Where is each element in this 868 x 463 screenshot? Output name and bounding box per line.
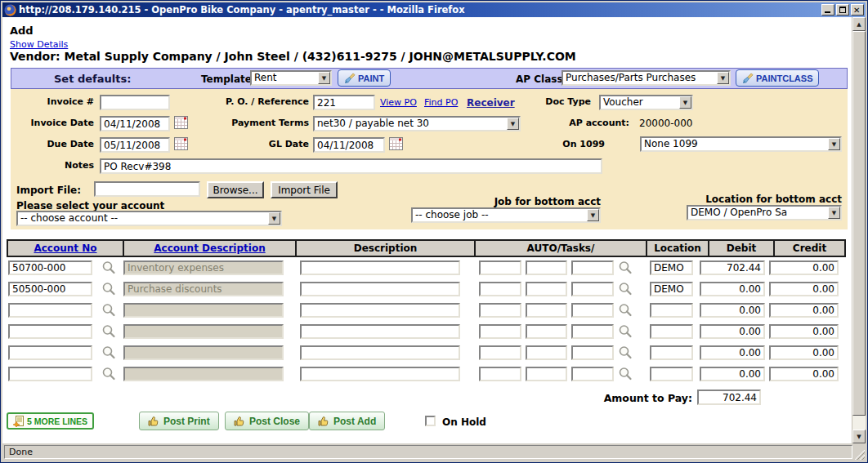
auto-input-3[interactable] [571,324,614,339]
location-input[interactable] [650,260,693,275]
account-description-header[interactable]: Account Description [154,243,265,254]
minimize-button[interactable] [821,4,834,16]
location-select[interactable]: DEMO / OpenPro Sa ▼ [687,205,842,220]
credit-input[interactable] [769,367,839,381]
account-search-icon[interactable] [101,302,117,318]
task-search-icon[interactable] [617,281,633,297]
scroll-up-icon[interactable]: ▲ [852,17,866,31]
debit-input[interactable] [700,260,765,275]
auto-input-3[interactable] [571,367,614,381]
account-search-icon[interactable] [101,281,117,297]
auto-input-2[interactable] [526,260,567,275]
task-search-icon[interactable] [617,366,633,382]
account-search-icon[interactable] [101,260,117,276]
description-input[interactable] [300,260,460,275]
auto-input-1[interactable] [479,324,521,339]
auto-input-1[interactable] [479,303,521,318]
credit-input[interactable] [769,260,839,275]
location-input[interactable] [650,282,693,296]
browser-window: http://208.179.140.215 - OpenPro Bike Co… [0,0,868,463]
description-input[interactable] [300,303,460,318]
debit-input[interactable] [700,282,765,296]
auto-input-3[interactable] [571,303,614,318]
account-no-input[interactable] [8,303,92,318]
auto-input-1[interactable] [479,282,521,296]
location-input[interactable] [650,367,693,381]
scrollbar-thumb[interactable] [852,31,866,416]
import-file-button[interactable]: Import File [271,181,338,198]
account-search-icon[interactable] [101,345,117,361]
location-input[interactable] [650,345,693,360]
debit-input[interactable] [700,324,765,339]
amount-to-pay-input[interactable] [697,390,761,405]
account-no-input[interactable] [8,260,92,275]
account-no-input[interactable] [8,367,92,381]
template-select[interactable]: Rent ▼ [250,70,332,86]
credit-input[interactable] [769,345,839,360]
auto-input-2[interactable] [526,324,567,339]
auto-input-3[interactable] [571,260,614,275]
paint-button[interactable]: PAINT [338,69,391,87]
description-input[interactable] [300,367,460,381]
auto-input-3[interactable] [571,345,614,360]
auto-input-1[interactable] [479,367,521,381]
job-select[interactable]: -- choose job -- ▼ [411,207,601,223]
gl-date-input[interactable] [313,137,385,153]
maximize-button[interactable] [836,4,849,16]
credit-input[interactable] [769,282,839,296]
task-search-icon[interactable] [617,323,633,340]
account-search-icon[interactable] [101,366,117,382]
doc-type-select[interactable]: Voucher ▼ [599,95,693,110]
post-add-button[interactable]: Post Add [309,412,385,430]
location-input[interactable] [650,303,693,318]
task-search-icon[interactable] [617,302,633,318]
view-po-link[interactable]: View PO [380,97,417,108]
account-select[interactable]: -- choose account -- ▼ [16,211,282,226]
account-no-header[interactable]: Account No [34,243,96,254]
auto-input-2[interactable] [526,282,567,296]
on-hold-checkbox[interactable] [425,416,436,426]
auto-input-2[interactable] [526,345,567,360]
resize-grip-icon[interactable] [854,449,865,460]
invoice-date-input[interactable] [100,116,170,131]
due-date-input[interactable] [100,137,170,153]
close-button[interactable]: ✕ [851,4,864,16]
description-input[interactable] [300,282,460,296]
po-reference-input[interactable] [313,95,375,110]
description-input[interactable] [300,324,460,339]
debit-input[interactable] [700,345,765,360]
ap-class-select[interactable]: Purchases/Parts Purchases ▼ [562,70,731,86]
on-1099-select[interactable]: None 1099 ▼ [640,136,842,152]
auto-input-3[interactable] [571,282,614,296]
account-no-input[interactable] [8,324,92,339]
paintclass-button[interactable]: PAINTCLASS [736,69,819,87]
import-file-input[interactable] [94,181,200,197]
account-no-input[interactable] [8,282,92,296]
vertical-scrollbar[interactable]: ▲ ▼ [852,17,866,443]
auto-input-2[interactable] [526,303,567,318]
description-input[interactable] [300,345,460,360]
show-details-link[interactable]: Show Details [10,39,68,50]
post-close-button[interactable]: Post Close [225,412,309,430]
browse-button[interactable]: Browse... [207,181,264,198]
find-po-link[interactable]: Find PO [424,97,458,108]
debit-input[interactable] [700,303,765,318]
task-search-icon[interactable] [617,345,633,361]
credit-input[interactable] [769,303,839,318]
scroll-down-icon[interactable]: ▼ [852,430,866,443]
auto-input-2[interactable] [526,367,567,381]
account-no-input[interactable] [8,345,92,360]
location-input[interactable] [650,324,693,339]
invoice-no-input[interactable] [100,95,170,110]
more-lines-button[interactable]: 5 MORE LINES [7,412,94,430]
task-search-icon[interactable] [617,260,633,276]
auto-input-1[interactable] [479,345,521,360]
credit-input[interactable] [769,324,839,339]
post-print-button[interactable]: Post Print [139,412,219,430]
auto-input-1[interactable] [479,260,521,275]
notes-input[interactable] [100,158,602,174]
payment-terms-select[interactable]: net30 / payable net 30 ▼ [313,116,521,131]
calendar-icon[interactable] [389,137,403,150]
account-search-icon[interactable] [101,323,117,340]
debit-input[interactable] [700,367,765,381]
